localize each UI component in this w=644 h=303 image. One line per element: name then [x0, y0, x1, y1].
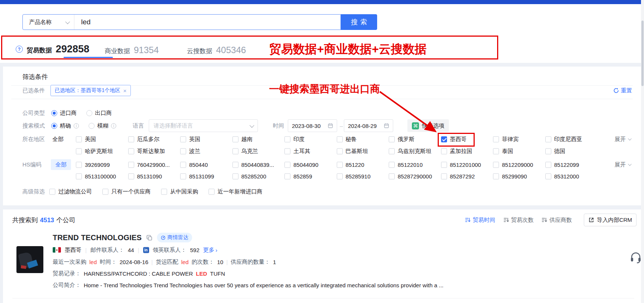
region-checkbox[interactable]: 墨西哥 — [441, 136, 467, 143]
customer-service-headset-icon[interactable] — [629, 251, 642, 263]
hs-code-checkbox[interactable]: 85287290000 — [389, 173, 432, 180]
search-input[interactable] — [74, 18, 341, 26]
region-checkbox[interactable]: 乌克兰 — [232, 148, 258, 155]
close-icon[interactable]: × — [123, 88, 127, 94]
hs-code-checkbox[interactable]: 850440839... — [232, 162, 274, 168]
region-expand-toggle[interactable]: 展开 — [614, 136, 631, 143]
radio-exact[interactable]: 精确 i — [51, 122, 79, 129]
region-checkbox[interactable]: 巴基斯坦 — [337, 148, 368, 155]
info-icon[interactable]: i — [111, 123, 116, 128]
date-to-picker[interactable]: 2024-08-29 — [344, 119, 393, 132]
date-from-picker[interactable]: 2023-08-30 — [288, 119, 337, 132]
search-section: 产品名称 搜索 ? 贸易数据 292858 商业数据 91354 云搜数据 40… — [0, 4, 644, 63]
hs-code-checkbox[interactable]: 85044090 — [284, 162, 318, 168]
region-checkbox[interactable]: 英国 — [180, 136, 200, 143]
checkbox-label: 孟加拉国 — [450, 148, 472, 155]
hs-code-checkbox[interactable]: 85122010 — [389, 162, 423, 168]
tab-business-data[interactable]: 商业数据 91354 — [105, 45, 159, 55]
hs-code-checkbox[interactable]: 39269099 — [76, 162, 110, 168]
hs-expand-toggle[interactable]: 展开 — [614, 161, 631, 168]
company-name[interactable]: TREND TECHNOLOGIES — [53, 233, 142, 242]
region-checkbox[interactable]: 菲律宾 — [493, 136, 519, 143]
language-select[interactable]: 请选择翻译语言 — [149, 119, 258, 132]
checkbox-icon — [128, 148, 134, 154]
checkbox-icon — [76, 162, 82, 168]
hs-code-checkbox[interactable]: 852859 — [284, 173, 312, 180]
region-checkbox[interactable]: 乌兹别克斯坦 — [389, 148, 431, 155]
hs-code-checkbox[interactable]: 8512201000 — [441, 162, 481, 168]
checkbox-icon — [232, 148, 238, 154]
quick-options-button[interactable]: ⌘ 快捷选项 — [407, 119, 449, 132]
hs-code-checkbox[interactable]: 85285200 — [232, 173, 266, 180]
time-label: 时间 — [273, 122, 284, 129]
hs-code-checkbox[interactable]: 85131090 — [128, 173, 162, 180]
tab-cloud-search-data[interactable]: 云搜数据 405346 — [187, 45, 246, 55]
separator: | — [85, 247, 87, 253]
advanced-checkbox[interactable]: 只有一个供应商 — [102, 188, 151, 195]
company-type-label: 公司类型 — [22, 110, 45, 117]
checkbox-label: 8512209000 — [502, 162, 533, 168]
radio-exporter[interactable]: 出口商 — [86, 110, 112, 117]
sort-option[interactable]: 贸易时间 — [465, 217, 495, 224]
checkbox-icon — [337, 173, 343, 179]
region-checkbox[interactable]: 美国 — [76, 136, 96, 143]
checkbox-label: 850440 — [189, 162, 208, 168]
selected-region-tag[interactable]: 已选地区：墨西哥等1个地区 × — [50, 85, 131, 96]
question-circle-icon[interactable]: ? — [16, 46, 23, 53]
hs-code-checkbox[interactable]: 85312000 — [545, 173, 579, 180]
freight-times-count: 10 — [217, 259, 224, 265]
sort-option[interactable]: 贸易次数 — [503, 217, 534, 224]
hs-code-checkbox[interactable]: 850440 — [180, 162, 208, 168]
region-checkbox[interactable]: 哥斯达黎加 — [128, 148, 165, 155]
radio-fuzzy[interactable]: 模糊 i — [89, 122, 116, 129]
reset-button[interactable]: 重置 — [613, 87, 632, 94]
advanced-checkbox[interactable]: 从中国采购 — [161, 188, 198, 195]
more-link[interactable]: 更多 › — [203, 247, 218, 254]
region-checkbox[interactable]: 泰国 — [493, 148, 513, 155]
advanced-checkbox[interactable]: 近一年新增进口商 — [209, 188, 262, 195]
hs-code-checkbox[interactable]: 85122099 — [545, 162, 579, 168]
checkbox-label: 波兰 — [189, 148, 200, 155]
region-checkbox[interactable]: 秘鲁 — [337, 136, 357, 143]
region-checkbox[interactable]: 哈萨克斯坦 — [76, 148, 113, 155]
region-checkbox[interactable]: 德国 — [545, 148, 566, 155]
scrollbar-thumb[interactable] — [641, 21, 644, 86]
keyword-led: led — [181, 259, 189, 265]
checkbox-label: 德国 — [554, 148, 566, 155]
tab-count: 405346 — [216, 45, 246, 55]
region-checkbox[interactable]: 波兰 — [180, 148, 200, 155]
region-checkbox[interactable]: 土耳其 — [284, 148, 310, 155]
hs-code-checkbox[interactable]: 851220 — [337, 162, 364, 168]
region-checkbox[interactable]: 印度尼西亚 — [545, 136, 582, 143]
region-checkbox[interactable]: 越南 — [232, 136, 253, 143]
checkbox-icon — [232, 162, 238, 168]
hs-code-checkbox[interactable]: 85285910 — [337, 173, 371, 180]
region-checkbox[interactable]: 厄瓜多尔 — [128, 136, 160, 143]
hs-all-option[interactable]: 全部 — [51, 159, 71, 170]
advanced-checkbox[interactable]: 过滤物流公司 — [49, 188, 92, 195]
hs-code-checkbox[interactable]: 85287292 — [441, 173, 475, 180]
region-all-option[interactable]: 全部 — [52, 136, 64, 143]
radio-on-icon — [51, 110, 57, 116]
hs-code-checkbox[interactable]: 85299090 — [493, 173, 527, 180]
radio-importer[interactable]: 进口商 — [51, 110, 77, 117]
hs-code-checkbox[interactable]: 85131099 — [180, 173, 214, 180]
region-checkbox[interactable]: 俄罗斯 — [389, 136, 415, 143]
checkbox-label: 菲律宾 — [502, 136, 519, 143]
region-checkbox[interactable]: 孟加拉国 — [441, 148, 472, 155]
checkbox-icon — [441, 136, 447, 142]
separator: | — [151, 259, 153, 265]
hs-code-checkbox[interactable]: 760429900... — [128, 162, 170, 168]
business-radar-badge[interactable]: 商情雷达 — [157, 233, 192, 242]
sort-option[interactable]: 供应商数 — [542, 217, 572, 224]
copy-icon[interactable] — [146, 235, 152, 241]
checkbox-label: 哈萨克斯坦 — [85, 148, 113, 155]
hs-code-checkbox[interactable]: 8512209000 — [493, 162, 533, 168]
region-checkbox[interactable]: 印度 — [284, 136, 305, 143]
import-crm-button[interactable]: 导入内部CRM — [584, 214, 637, 226]
search-button[interactable]: 搜索 — [341, 14, 377, 30]
hs-code-checkbox[interactable]: 8513100000 — [76, 173, 116, 180]
info-icon[interactable]: i — [74, 123, 79, 128]
search-category-select[interactable]: 产品名称 — [23, 15, 74, 30]
tab-trade-data[interactable]: ? 贸易数据 292858 — [16, 43, 89, 55]
